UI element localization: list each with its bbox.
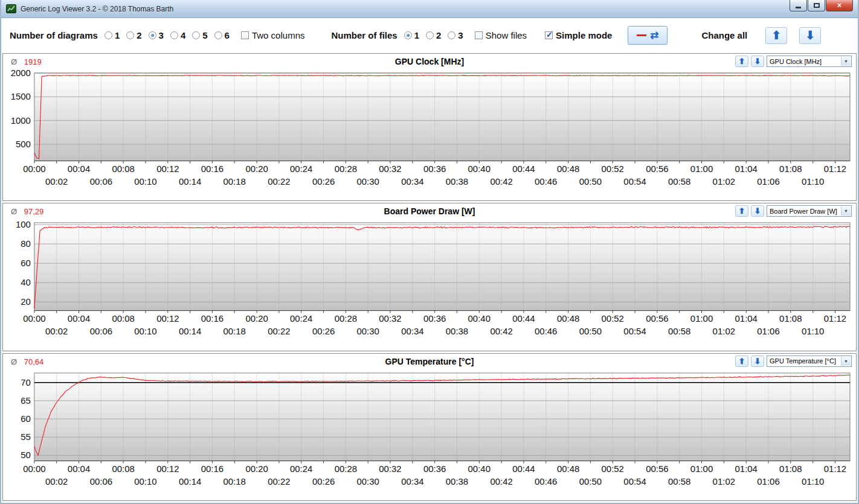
checkbox-icon[interactable] <box>545 31 553 39</box>
checkbox-icon[interactable] <box>475 31 483 39</box>
svg-text:60: 60 <box>21 413 31 424</box>
diagram-count-option-3[interactable]: 3 <box>149 30 164 40</box>
move-down-button[interactable]: ⬇ <box>751 56 764 67</box>
panel-controls: ⬆ ⬇ GPU Temperature [°C] ▼ <box>735 356 852 367</box>
svg-text:00:04: 00:04 <box>68 314 90 324</box>
files-label: Number of files <box>331 30 397 40</box>
move-down-button[interactable]: ⬇ <box>751 205 764 217</box>
maximize-button[interactable] <box>808 0 825 11</box>
series-color-icon <box>637 34 646 36</box>
show-files-toggle[interactable]: Show files <box>475 30 527 40</box>
svg-text:01:08: 01:08 <box>779 164 802 174</box>
measure-select[interactable]: Board Power Draw [W] ▼ <box>767 205 852 217</box>
change-all-up-button[interactable]: ⬆ <box>765 27 787 44</box>
svg-text:00:56: 00:56 <box>646 164 668 174</box>
dropdown-arrow-icon: ▼ <box>841 57 851 66</box>
svg-text:00:32: 00:32 <box>379 464 401 474</box>
svg-text:00:40: 00:40 <box>468 164 491 174</box>
measure-select[interactable]: GPU Clock [MHz] ▼ <box>767 56 852 67</box>
svg-text:00:02: 00:02 <box>45 327 68 337</box>
svg-text:00:26: 00:26 <box>312 476 335 486</box>
move-up-button[interactable]: ⬆ <box>735 205 748 217</box>
svg-text:00:38: 00:38 <box>446 476 468 486</box>
svg-text:60: 60 <box>21 258 31 269</box>
svg-text:00:22: 00:22 <box>268 327 290 337</box>
svg-text:01:06: 01:06 <box>757 176 779 187</box>
two-columns-toggle[interactable]: Two columns <box>241 30 305 40</box>
svg-text:80: 80 <box>21 239 31 249</box>
title-bar[interactable]: Generic Log Viewer 3.2 - © 2018 Thomas B… <box>1 0 858 18</box>
svg-text:00:00: 00:00 <box>23 314 45 324</box>
svg-text:00:22: 00:22 <box>268 476 290 486</box>
svg-text:00:36: 00:36 <box>423 164 446 174</box>
svg-text:00:12: 00:12 <box>156 464 179 474</box>
measure-select[interactable]: GPU Temperature [°C] ▼ <box>767 356 852 367</box>
checkbox-icon[interactable] <box>241 31 249 39</box>
move-up-button[interactable]: ⬆ <box>735 356 748 367</box>
down-arrow-icon: ⬇ <box>754 57 761 66</box>
svg-text:01:02: 01:02 <box>713 327 735 337</box>
svg-text:00:34: 00:34 <box>401 476 423 486</box>
minimize-button[interactable] <box>790 0 807 11</box>
radio-icon[interactable] <box>149 31 156 39</box>
svg-text:00:30: 00:30 <box>356 327 379 337</box>
svg-text:00:50: 00:50 <box>579 176 602 187</box>
simple-mode-toggle[interactable]: Simple mode <box>545 30 612 40</box>
down-arrow-icon: ⬇ <box>754 206 761 215</box>
diagram-count-option-5[interactable]: 5 <box>192 30 207 40</box>
diagram-count-option-4[interactable]: 4 <box>170 30 185 40</box>
svg-text:00:52: 00:52 <box>602 164 624 174</box>
move-up-button[interactable]: ⬆ <box>735 56 748 67</box>
svg-text:1500: 1500 <box>11 91 31 101</box>
svg-text:00:38: 00:38 <box>446 327 468 337</box>
svg-text:01:08: 01:08 <box>779 464 802 474</box>
radio-icon[interactable] <box>448 31 455 39</box>
svg-text:00:10: 00:10 <box>134 327 156 337</box>
svg-text:01:12: 01:12 <box>824 164 846 174</box>
svg-text:00:40: 00:40 <box>468 464 491 474</box>
svg-text:00:00: 00:00 <box>23 464 45 474</box>
radio-icon[interactable] <box>214 31 222 39</box>
panel-header: Ø 97,29 Board Power Draw [W] ⬆ ⬇ Board P… <box>3 203 856 219</box>
svg-text:00:26: 00:26 <box>312 176 335 187</box>
change-all-down-button[interactable]: ⬇ <box>799 27 821 44</box>
diagram-count-option-6[interactable]: 6 <box>214 30 230 40</box>
radio-icon[interactable] <box>170 31 178 39</box>
svg-text:01:00: 01:00 <box>690 164 713 174</box>
file-count-option-3[interactable]: 3 <box>448 30 463 40</box>
svg-text:00:48: 00:48 <box>557 164 579 174</box>
radio-icon[interactable] <box>192 31 200 39</box>
radio-icon[interactable] <box>126 31 134 39</box>
svg-text:00:12: 00:12 <box>156 164 179 174</box>
svg-text:01:08: 01:08 <box>779 314 802 324</box>
down-arrow-icon: ⬇ <box>754 357 761 366</box>
diagram-count-option-2[interactable]: 2 <box>126 30 141 40</box>
svg-text:01:04: 01:04 <box>735 464 758 474</box>
svg-text:00:50: 00:50 <box>579 327 602 337</box>
diagram-count-option-1[interactable]: 1 <box>105 30 120 40</box>
close-button[interactable]: × <box>826 0 853 11</box>
svg-text:00:36: 00:36 <box>423 314 446 324</box>
maximize-icon <box>814 3 820 8</box>
svg-text:00:58: 00:58 <box>668 476 690 486</box>
average-symbol: Ø <box>11 207 17 216</box>
svg-text:01:12: 01:12 <box>824 464 846 474</box>
svg-text:00:32: 00:32 <box>379 164 401 174</box>
svg-text:01:10: 01:10 <box>802 176 824 187</box>
svg-text:00:54: 00:54 <box>623 327 646 337</box>
file-count-option-2[interactable]: 2 <box>426 30 441 40</box>
file-count-option-1[interactable]: 1 <box>404 30 419 40</box>
svg-text:00:44: 00:44 <box>512 464 535 474</box>
refresh-series-button[interactable]: ⇄ <box>628 26 668 45</box>
svg-text:00:42: 00:42 <box>490 176 512 187</box>
svg-text:55: 55 <box>21 432 31 442</box>
svg-text:00:46: 00:46 <box>535 176 557 187</box>
svg-text:00:10: 00:10 <box>134 176 156 187</box>
svg-text:00:24: 00:24 <box>290 464 312 474</box>
radio-icon[interactable] <box>404 31 412 39</box>
radio-icon[interactable] <box>105 31 112 39</box>
svg-text:00:06: 00:06 <box>90 176 112 187</box>
radio-icon[interactable] <box>426 31 434 39</box>
move-down-button[interactable]: ⬇ <box>751 356 764 367</box>
svg-text:00:28: 00:28 <box>335 164 357 174</box>
